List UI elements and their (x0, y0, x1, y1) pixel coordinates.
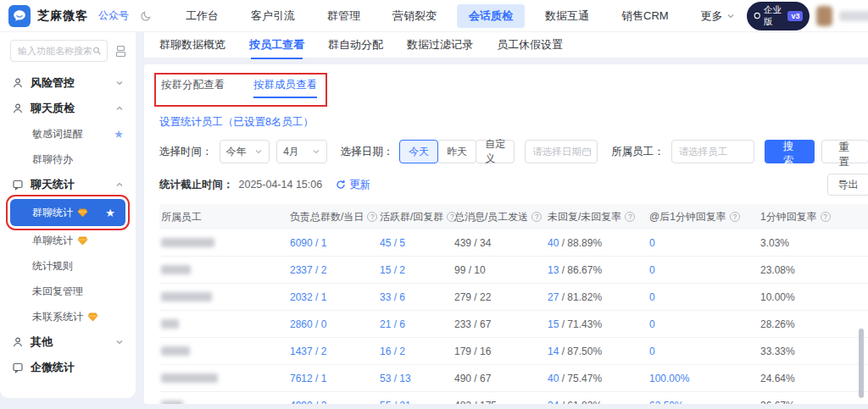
year-select[interactable]: 今年 (220, 140, 270, 163)
help-icon[interactable]: ? (531, 212, 542, 222)
active-groups-cell[interactable]: 33 / 6 (378, 291, 453, 303)
sidebar-section-1[interactable]: 聊天质检 (0, 96, 136, 121)
tab-员工休假设置[interactable]: 员工休假设置 (497, 37, 563, 53)
nav-item-1[interactable]: 客户引流 (239, 4, 307, 28)
unreplied-count[interactable]: 40 (548, 373, 559, 384)
table-body: 6090 / 145 / 5439 / 3440 / 88.89%03.03%2… (159, 229, 868, 404)
set-staff-link[interactable]: 设置统计员工（已设置8名员工） (159, 115, 314, 130)
date-button-昨天[interactable]: 昨天 (437, 140, 476, 163)
nav-item-0[interactable]: 工作台 (174, 4, 231, 28)
tab-群自动分配[interactable]: 群自动分配 (328, 37, 383, 53)
unreplied-count[interactable]: 14 (548, 345, 559, 357)
subtab-按群成员查看[interactable]: 按群成员查看 (253, 78, 317, 98)
sidebar-search-row (0, 32, 136, 65)
one-min-rate-cell: 23.08% (759, 264, 868, 276)
unreplied-count[interactable]: 15 (548, 318, 559, 330)
tab-按员工查看[interactable]: 按员工查看 (249, 37, 304, 53)
at-1min-rate-cell[interactable]: 0 (648, 264, 759, 276)
sidebar-section-4[interactable]: 企微统计 (0, 355, 136, 380)
search-input[interactable] (18, 46, 92, 56)
at-1min-rate-cell[interactable]: 100.00% (648, 373, 759, 384)
at-1min-rate-cell[interactable]: 0 (648, 318, 759, 330)
groups-total-cell[interactable]: 7612 / 1 (288, 373, 378, 384)
active-groups-cell[interactable]: 16 / 2 (378, 345, 453, 357)
month-select[interactable]: 4月 (276, 140, 327, 163)
sidebar-item-群聊统计[interactable]: 群聊统计★ (10, 199, 125, 226)
search-button[interactable]: 搜 索 (765, 140, 815, 163)
sidebar-section-3[interactable]: 其他 (0, 329, 136, 355)
nav-item-4[interactable]: 会话质检 (457, 4, 525, 28)
groups-total-cell[interactable]: 2032 / 1 (288, 291, 378, 303)
main-tabs: 群聊数据概览按员工查看群自动分配数据过滤记录员工休假设置 (144, 32, 868, 58)
sidebar-section-0[interactable]: 风险管控 (0, 70, 136, 96)
panel-collapse-icon[interactable] (114, 45, 127, 58)
person-icon (12, 336, 24, 348)
nav-item-3[interactable]: 营销裂变 (381, 4, 448, 28)
help-icon[interactable]: ? (625, 212, 635, 222)
at-1min-rate-cell[interactable]: 62.50% (648, 400, 759, 405)
messages-cell: 490 / 67 (453, 373, 546, 384)
sidebar-item-未联系统计[interactable]: 未联系统计 (0, 304, 136, 329)
sidebar-item-单聊统计[interactable]: 单聊统计 (0, 228, 136, 253)
nav-item-label: 群管理 (327, 8, 360, 24)
unreplied-cell: 40 / 88.89% (546, 237, 648, 249)
refresh-link[interactable]: 更新 (336, 178, 370, 192)
help-icon[interactable]: ? (367, 212, 377, 222)
deadline-value: 2025-04-14 15:06 (239, 179, 323, 191)
favorite-star-icon[interactable]: ★ (105, 207, 115, 219)
sidebar-section-2[interactable]: 聊天统计 (0, 172, 136, 197)
column-header-label: @后1分钟回复率 (649, 210, 726, 224)
unreplied-count[interactable]: 40 (548, 237, 559, 249)
groups-total-cell[interactable]: 6090 / 1 (288, 237, 378, 249)
official-account-link[interactable]: 公众号 (98, 8, 129, 23)
subtab-按群分配查看[interactable]: 按群分配查看 (161, 78, 225, 98)
nav-item-7[interactable]: 更多 (689, 4, 747, 28)
sidebar-item-统计规则[interactable]: 统计规则 (0, 253, 136, 279)
export-button[interactable]: 导出 (827, 174, 868, 196)
sidebar-item-label: 群聊统计 (32, 206, 73, 220)
at-1min-rate-cell[interactable]: 0 (648, 291, 759, 303)
user-name-redacted[interactable] (839, 11, 868, 21)
moon-icon[interactable] (141, 10, 152, 21)
date-picker-input[interactable]: 请选择日期 (525, 140, 598, 163)
nav-item-5[interactable]: 数据互通 (533, 4, 601, 28)
sidebar-item-未回复管理[interactable]: 未回复管理 (0, 279, 136, 304)
sidebar-section-label: 风险管控 (31, 75, 75, 91)
groups-total-cell[interactable]: 2860 / 0 (288, 318, 378, 330)
nav-item-2[interactable]: 群管理 (315, 4, 372, 28)
unreplied-count[interactable]: 27 (548, 291, 559, 303)
favorite-star-icon[interactable]: ★ (114, 128, 124, 141)
active-groups-cell[interactable]: 21 / 6 (378, 318, 453, 330)
messages-cell: 439 / 34 (453, 237, 546, 249)
vertical-scrollbar[interactable] (859, 329, 864, 398)
help-icon[interactable]: ? (730, 212, 740, 222)
groups-total-cell[interactable]: 1437 / 2 (288, 345, 378, 357)
active-groups-cell[interactable]: 53 / 13 (378, 373, 453, 384)
plan-badge[interactable]: 企业版 v3 (747, 2, 810, 30)
sidebar-item-敏感词提醒[interactable]: 敏感词提醒★ (0, 121, 136, 146)
unreplied-rate: / 71.43% (559, 318, 602, 330)
reset-button[interactable]: 重 置 (821, 140, 868, 163)
help-icon[interactable]: ? (821, 212, 831, 222)
user-avatar[interactable] (816, 6, 832, 26)
at-1min-rate-cell[interactable]: 0 (648, 345, 759, 357)
active-groups-cell[interactable]: 45 / 5 (378, 237, 453, 249)
active-groups-cell[interactable]: 15 / 2 (378, 264, 453, 276)
sidebar-item-群聊待办[interactable]: 群聊待办 (0, 146, 136, 172)
groups-total-cell[interactable]: 4990 / 3 (288, 400, 378, 405)
nav-item-6[interactable]: 销售CRM (609, 4, 681, 28)
at-1min-rate-cell[interactable]: 0 (648, 237, 759, 249)
date-button-自定义[interactable]: 自定义 (476, 140, 515, 163)
active-groups-cell[interactable]: 55 / 21 (378, 400, 453, 405)
table-row: 6090 / 145 / 5439 / 3440 / 88.89%03.03% (159, 229, 868, 257)
date-button-今天[interactable]: 今天 (399, 140, 438, 163)
unreplied-count[interactable]: 34 (548, 400, 559, 405)
unreplied-count[interactable]: 13 (548, 264, 559, 276)
groups-total-cell[interactable]: 2337 / 2 (288, 264, 378, 276)
column-header-6: 1分钟回复率? (759, 210, 868, 224)
unreplied-cell: 14 / 87.50% (546, 345, 648, 357)
tab-数据过滤记录[interactable]: 数据过滤记录 (407, 37, 473, 53)
sidebar-search-box[interactable] (10, 40, 108, 62)
staff-select-input[interactable]: 请选择员工 (671, 140, 754, 163)
tab-群聊数据概览[interactable]: 群聊数据概览 (159, 37, 225, 53)
